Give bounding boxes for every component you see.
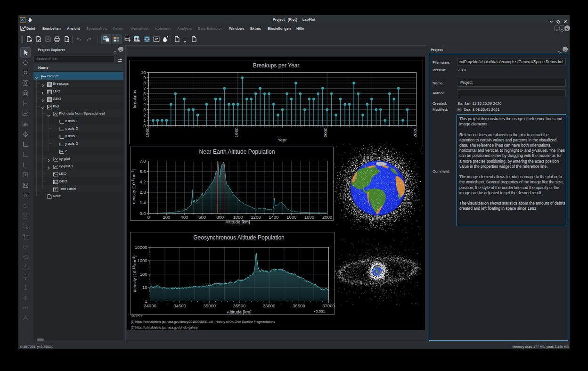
svg-text:[2] https://orbitaldebris.jsc.: [2] https://orbitaldebris.jsc.nasa.gov/p… xyxy=(131,326,198,330)
svg-text:0.0: 0.0 xyxy=(139,211,146,216)
svg-text:Near Earth Altitude Population: Near Earth Altitude Population xyxy=(199,148,275,155)
svg-text:200: 200 xyxy=(163,214,170,220)
svg-text:400: 400 xyxy=(180,214,188,220)
svg-text:1: 1 xyxy=(143,117,146,123)
svg-text:100: 100 xyxy=(140,272,147,277)
svg-text:2000: 2000 xyxy=(322,214,332,220)
svg-text:Breakups per Year: Breakups per Year xyxy=(253,62,300,69)
svg-text:800: 800 xyxy=(216,214,224,220)
svg-text:breakups: breakups xyxy=(132,90,137,108)
svg-text:4.2: 4.2 xyxy=(139,179,146,184)
svg-text:1800: 1800 xyxy=(304,214,314,220)
svg-text:1960: 1960 xyxy=(145,128,150,138)
svg-text:37000: 37000 xyxy=(322,303,335,308)
svg-text:8: 8 xyxy=(143,80,146,85)
svg-text:2.8: 2.8 xyxy=(139,190,146,195)
svg-text:10000: 10000 xyxy=(135,245,147,250)
svg-text:2020: 2020 xyxy=(412,128,417,138)
svg-text:600: 600 xyxy=(198,214,206,220)
svg-text:Altitude [km]: Altitude [km] xyxy=(227,309,251,314)
svg-text:6: 6 xyxy=(143,91,146,96)
svg-text:5: 5 xyxy=(143,96,146,101)
svg-text:35000: 35000 xyxy=(204,303,216,308)
svg-text:34500: 34500 xyxy=(173,303,186,308)
svg-text:1600: 1600 xyxy=(286,214,296,220)
svg-text:[1] https://orbitaldebris.jsc.: [1] https://orbitaldebris.jsc.nasa.gov/l… xyxy=(131,320,275,324)
svg-text:10: 10 xyxy=(141,70,146,75)
svg-text:2: 2 xyxy=(143,112,146,117)
svg-text:density [10-8km-3]: density [10-8km-3] xyxy=(131,169,137,204)
svg-text:1000: 1000 xyxy=(137,258,147,263)
svg-text:0: 0 xyxy=(147,214,150,220)
svg-text:36000: 36000 xyxy=(263,303,275,308)
svg-text:7: 7 xyxy=(143,85,146,91)
svg-text:3: 3 xyxy=(143,107,146,112)
svg-text:34000: 34000 xyxy=(144,303,156,308)
svg-text:Altitude [km]: Altitude [km] xyxy=(225,219,250,224)
svg-text:1400: 1400 xyxy=(269,214,278,220)
svg-text:density [10-12km-3]: density [10-12km-3] xyxy=(132,256,138,292)
svg-text:1980: 1980 xyxy=(234,128,239,138)
svg-text:0: 0 xyxy=(143,123,146,128)
svg-text:2000: 2000 xyxy=(323,128,328,138)
svg-text:Geosynchronous Altitude Popula: Geosynchronous Altitude Population xyxy=(193,234,284,241)
svg-text:Year: Year xyxy=(278,137,286,142)
svg-text:4: 4 xyxy=(143,101,146,107)
svg-text:1200: 1200 xyxy=(251,214,261,220)
svg-text:7.0: 7.0 xyxy=(139,158,146,164)
svg-text:Sources:: Sources: xyxy=(131,314,143,318)
svg-text:1000: 1000 xyxy=(233,214,243,220)
svg-text:9: 9 xyxy=(143,75,146,80)
svg-text:10: 10 xyxy=(142,285,147,290)
svg-text:36500: 36500 xyxy=(293,303,305,308)
svg-text:×0.001: ×0.001 xyxy=(313,309,325,313)
svg-text:1.4: 1.4 xyxy=(139,200,146,205)
svg-text:5.6: 5.6 xyxy=(139,169,146,174)
svg-text:35500: 35500 xyxy=(233,303,245,308)
